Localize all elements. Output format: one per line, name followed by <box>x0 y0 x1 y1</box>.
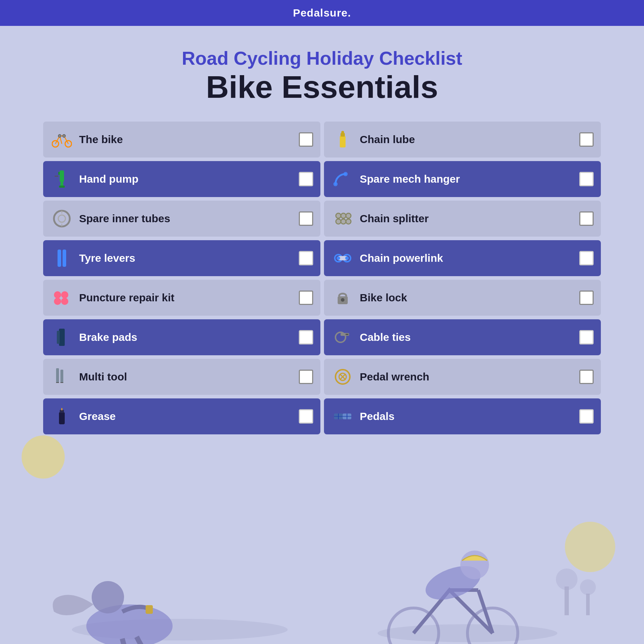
pedals-checkbox[interactable] <box>579 409 594 424</box>
svg-point-13 <box>333 182 338 186</box>
svg-point-15 <box>58 215 65 222</box>
chain-powerlink-icon <box>331 247 354 270</box>
checklist-item-chain-lube: Chain lube <box>324 122 601 157</box>
pedals-icon <box>331 405 354 428</box>
the-bike-checkbox[interactable] <box>299 132 313 147</box>
bike-lock-label: Bike lock <box>360 292 575 304</box>
svg-point-65 <box>556 568 577 590</box>
svg-point-22 <box>341 219 346 224</box>
spare-inner-tubes-checkbox[interactable] <box>299 211 313 226</box>
tyre-levers-icon <box>50 247 73 270</box>
svg-point-23 <box>346 219 351 224</box>
svg-point-29 <box>337 256 340 260</box>
svg-rect-8 <box>58 172 60 175</box>
svg-point-21 <box>336 219 341 224</box>
spare-inner-tubes-icon <box>50 207 73 230</box>
spare-mech-hanger-icon <box>331 168 354 191</box>
spare-mech-hanger-label: Spare mech hanger <box>360 173 575 185</box>
puncture-repair-kit-label: Puncture repair kit <box>79 292 294 304</box>
cable-ties-label: Cable ties <box>360 331 575 343</box>
svg-rect-64 <box>565 586 569 615</box>
checklist-item-pedal-wrench: Pedal wrench <box>324 359 601 395</box>
spare-mech-hanger-checkbox[interactable] <box>579 172 594 186</box>
grease-icon <box>50 405 73 428</box>
brake-pads-label: Brake pads <box>79 331 294 343</box>
svg-point-58 <box>92 581 124 613</box>
header-title: Pedalsure. <box>293 7 351 19</box>
checklist-item-cable-ties: Cable ties <box>324 319 601 355</box>
svg-point-67 <box>580 579 596 595</box>
chain-lube-label: Chain lube <box>360 133 575 146</box>
checklist-item-spare-mech-hanger: Spare mech hanger <box>324 161 601 197</box>
grease-label: Grease <box>79 410 294 423</box>
svg-point-30 <box>345 256 349 260</box>
pedals-label: Pedals <box>360 410 575 423</box>
chain-lube-checkbox[interactable] <box>579 132 594 147</box>
svg-point-34 <box>61 298 68 305</box>
multi-tool-checkbox[interactable] <box>299 370 313 384</box>
chain-powerlink-checkbox[interactable] <box>579 251 594 265</box>
checklist-item-tyre-levers: Tyre levers <box>43 240 320 276</box>
checklist-item-the-bike: The bike <box>43 122 320 157</box>
checklist-item-multi-tool: Multi tool <box>43 359 320 395</box>
checklist-item-grease: Grease <box>43 398 320 434</box>
multi-tool-label: Multi tool <box>79 371 294 383</box>
puncture-repair-kit-checkbox[interactable] <box>299 291 313 305</box>
spare-inner-tubes-label: Spare inner tubes <box>79 213 294 225</box>
multi-tool-icon <box>50 365 73 388</box>
brake-pads-icon <box>50 326 73 349</box>
tyre-levers-checkbox[interactable] <box>299 251 313 265</box>
brake-pads-checkbox[interactable] <box>299 330 313 344</box>
svg-rect-10 <box>59 186 65 188</box>
pedal-wrench-label: Pedal wrench <box>360 371 575 383</box>
svg-point-6 <box>341 131 344 134</box>
heading-section: Road Cycling Holiday Checklist Bike Esse… <box>43 47 601 104</box>
checklist-item-puncture-repair-kit: Puncture repair kit <box>43 280 320 316</box>
cable-ties-checkbox[interactable] <box>579 330 594 344</box>
page-subtitle: Road Cycling Holiday Checklist <box>43 47 601 69</box>
svg-point-20 <box>346 213 351 218</box>
chain-splitter-icon <box>331 207 354 230</box>
svg-rect-42 <box>56 368 59 383</box>
checklist-item-brake-pads: Brake pads <box>43 319 320 355</box>
hand-pump-checkbox[interactable] <box>299 172 313 186</box>
chain-splitter-checkbox[interactable] <box>579 211 594 226</box>
bike-lock-icon <box>331 286 354 309</box>
bike-lock-checkbox[interactable] <box>579 291 594 305</box>
chain-lube-icon <box>331 128 354 151</box>
svg-point-18 <box>336 213 341 218</box>
header: Pedalsure. <box>0 0 644 26</box>
main-content: Road Cycling Holiday Checklist Bike Esse… <box>0 26 644 449</box>
svg-point-31 <box>54 291 61 298</box>
svg-rect-48 <box>59 412 65 424</box>
chain-splitter-label: Chain splitter <box>360 213 575 225</box>
checklist-grid: The bike Chain lube Hand pump Spare mech… <box>43 122 601 434</box>
the-bike-icon <box>50 128 73 151</box>
the-bike-label: The bike <box>79 133 294 146</box>
checklist-item-chain-splitter: Chain splitter <box>324 201 601 237</box>
chain-powerlink-label: Chain powerlink <box>360 252 575 264</box>
svg-rect-59 <box>146 605 153 614</box>
bottom-illustration <box>0 507 644 644</box>
checklist-item-hand-pump: Hand pump <box>43 161 320 197</box>
svg-point-19 <box>341 213 346 218</box>
hand-pump-icon <box>50 168 73 191</box>
tyre-levers-label: Tyre levers <box>79 252 294 264</box>
svg-point-63 <box>460 551 489 579</box>
pedal-wrench-checkbox[interactable] <box>579 370 594 384</box>
svg-point-36 <box>341 298 344 302</box>
cable-ties-icon <box>331 326 354 349</box>
page-title: Bike Essentials <box>43 70 601 104</box>
puncture-repair-kit-icon <box>50 286 73 309</box>
checklist-item-spare-inner-tubes: Spare inner tubes <box>43 201 320 237</box>
pedal-wrench-icon <box>331 365 354 388</box>
checklist-item-pedals: Pedals <box>324 398 601 434</box>
svg-point-2 <box>58 134 61 137</box>
svg-point-12 <box>343 172 348 176</box>
grease-checkbox[interactable] <box>299 409 313 424</box>
svg-rect-41 <box>346 334 348 335</box>
svg-point-33 <box>54 298 61 305</box>
svg-rect-7 <box>60 170 64 182</box>
svg-point-3 <box>63 134 65 137</box>
svg-rect-43 <box>60 370 63 383</box>
